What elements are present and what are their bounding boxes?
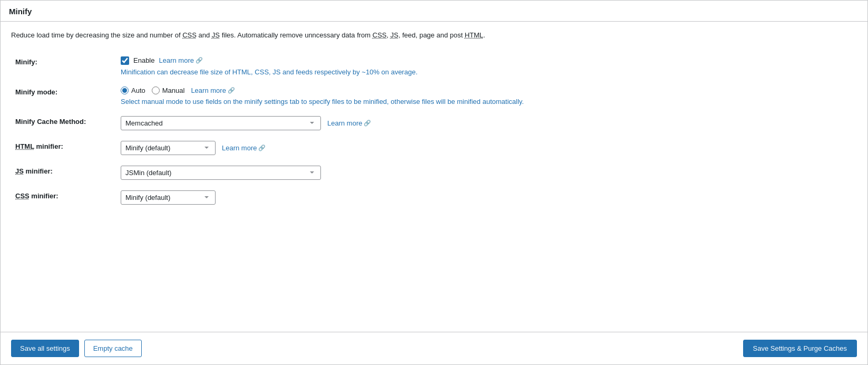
minify-mode-learn-more-link[interactable]: Learn more 🔗 [191, 87, 235, 94]
minify-mode-hint: Select manual mode to use fields on the … [121, 98, 853, 105]
minify-row: Minify: Enable Learn more 🔗 Minification… [11, 51, 857, 81]
minify-label: Minify: [15, 58, 37, 66]
external-link-icon-4: 🔗 [258, 145, 266, 151]
external-link-icon-3: 🔗 [364, 120, 371, 127]
minify-cache-method-row: Minify Cache Method: Disk Memcached Redi… [11, 111, 857, 136]
minify-mode-auto-radio[interactable] [121, 87, 129, 94]
js-minifier-label: JS minifier: [15, 167, 53, 175]
minify-enable-row: Enable Learn more 🔗 [121, 56, 853, 65]
page-description: Reduce load time by decreasing the size … [11, 30, 857, 41]
page-title: Minify [9, 7, 32, 16]
minify-enable-label: Enable [133, 56, 154, 64]
settings-table: Minify: Enable Learn more 🔗 Minification… [11, 51, 857, 210]
html-minifier-label: HTML minifier: [15, 142, 63, 150]
empty-cache-button[interactable]: Empty cache [84, 340, 142, 357]
minify-mode-manual-label[interactable]: Manual [152, 87, 185, 94]
css-minifier-select[interactable]: Minify (default) CSSTidy YUI Compressor … [121, 190, 216, 205]
external-link-icon-2: 🔗 [228, 87, 235, 94]
save-purge-button[interactable]: Save Settings & Purge Caches [743, 340, 857, 357]
html-minifier-row: HTML minifier: Minify (default) HTML Tid… [11, 136, 857, 160]
minify-mode-auto-label[interactable]: Auto [121, 87, 145, 94]
minify-cache-method-label: Minify Cache Method: [15, 118, 86, 126]
css-minifier-row: CSS minifier: Minify (default) CSSTidy Y… [11, 185, 857, 210]
save-all-button[interactable]: Save all settings [11, 340, 79, 357]
footer-bar: Save all settings Empty cache Save Setti… [1, 332, 867, 364]
minify-mode-options: Auto Manual Learn more 🔗 [121, 87, 853, 94]
footer-left-buttons: Save all settings Empty cache [11, 340, 142, 357]
external-link-icon: 🔗 [196, 57, 203, 64]
minify-cache-method-select[interactable]: Disk Memcached Redis Database [121, 116, 321, 130]
js-minifier-row: JS minifier: JSMin (default) Closure Com… [11, 160, 857, 185]
minify-hint: Minification can decrease file size of H… [121, 68, 853, 76]
minify-mode-row: Minify mode: Auto Manual Learn mor [11, 81, 857, 111]
minify-cache-method-inline: Disk Memcached Redis Database Learn more… [121, 116, 853, 130]
minify-enable-checkbox[interactable] [121, 56, 129, 65]
minify-mode-manual-radio[interactable] [152, 87, 160, 94]
cache-method-learn-more-link[interactable]: Learn more 🔗 [327, 119, 371, 127]
html-minifier-select[interactable]: Minify (default) HTML Tidy None [121, 141, 216, 155]
minify-learn-more-link[interactable]: Learn more 🔗 [159, 56, 202, 64]
js-minifier-select[interactable]: JSMin (default) Closure Compiler YUI Com… [121, 166, 321, 180]
html-minifier-learn-more-link[interactable]: Learn more 🔗 [222, 144, 266, 152]
html-minifier-inline: Minify (default) HTML Tidy None Learn mo… [121, 141, 853, 155]
css-minifier-label: CSS minifier: [15, 192, 58, 200]
minify-mode-label: Minify mode: [15, 88, 57, 96]
